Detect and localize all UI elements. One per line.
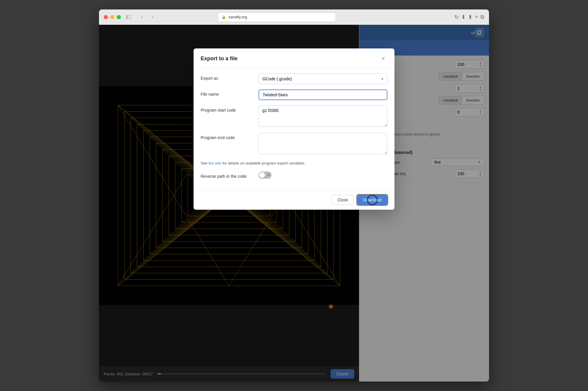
program-end-label: Program end code bbox=[201, 133, 254, 140]
svg-rect-1 bbox=[129, 15, 131, 16]
toggle-container: ✕ bbox=[259, 172, 387, 179]
export-as-control: GCode (.gcode) ▾ bbox=[259, 74, 387, 84]
program-start-textarea[interactable]: g1 f2000 bbox=[259, 105, 387, 127]
toggle-x-icon: ✕ bbox=[267, 173, 270, 177]
modal-footer: Close Download bbox=[194, 190, 394, 210]
info-before: See bbox=[201, 161, 209, 165]
reverse-path-label: Reverse path in the code bbox=[201, 172, 254, 179]
url-text: sandify.org bbox=[228, 15, 247, 19]
modal-header: Export to a file × bbox=[194, 48, 394, 68]
wiki-link[interactable]: the wiki bbox=[209, 161, 221, 165]
modal-close-button[interactable]: × bbox=[379, 54, 387, 63]
modal-body: Export as GCode (.gcode) ▾ F bbox=[194, 68, 394, 190]
file-name-input[interactable] bbox=[259, 89, 387, 100]
export-as-select[interactable]: GCode (.gcode) ▾ bbox=[259, 74, 387, 84]
close-traffic-light[interactable] bbox=[104, 15, 108, 19]
export-as-label: Export as bbox=[201, 74, 254, 81]
svg-rect-2 bbox=[129, 17, 131, 17]
export-select-wrapper: GCode (.gcode) ▾ bbox=[259, 74, 387, 84]
address-bar[interactable]: 🔒 sandify.org bbox=[218, 12, 336, 22]
form-row-reverse: Reverse path in the code ✕ bbox=[201, 172, 387, 179]
form-row-start-code: Program start code g1 f2000 bbox=[201, 105, 387, 128]
browser-titlebar: ‹ › 🔒 sandify.org ↻ ⬇ ⬆ + ⧉ bbox=[99, 9, 489, 25]
download-button[interactable]: Download bbox=[357, 195, 387, 205]
refresh-icon[interactable]: ↻ bbox=[454, 14, 459, 20]
form-row-export-as: Export as GCode (.gcode) ▾ bbox=[201, 74, 387, 84]
form-row-end-code: Program end code bbox=[201, 133, 387, 155]
program-start-label: Program start code bbox=[201, 105, 254, 113]
share-icon[interactable]: ⬆ bbox=[468, 14, 472, 20]
back-button[interactable]: ‹ bbox=[138, 13, 146, 21]
close-modal-button[interactable]: Close bbox=[331, 195, 354, 205]
minimize-traffic-light[interactable] bbox=[110, 15, 114, 19]
forward-button[interactable]: › bbox=[149, 13, 157, 21]
program-end-textarea[interactable] bbox=[259, 133, 387, 154]
svg-rect-3 bbox=[129, 19, 131, 19]
tabs-icon[interactable]: ⧉ bbox=[480, 14, 484, 20]
info-after: for details on available program export … bbox=[221, 161, 305, 165]
reverse-path-toggle[interactable]: ✕ bbox=[259, 172, 272, 179]
form-info-text: See the wiki for details on available pr… bbox=[201, 160, 387, 166]
traffic-lights bbox=[104, 15, 121, 19]
export-modal: Export to a file × Export as GCode (.gco… bbox=[194, 48, 394, 210]
toggle-knob bbox=[259, 172, 265, 178]
browser-content: Points: 443, Distance: 36617 Export ut bbox=[99, 25, 489, 382]
lock-icon: 🔒 bbox=[222, 15, 226, 19]
reverse-path-control: ✕ bbox=[259, 172, 387, 179]
browser-actions: ↻ ⬇ ⬆ + ⧉ bbox=[454, 14, 484, 20]
modal-overlay: Export to a file × Export as GCode (.gco… bbox=[99, 25, 489, 382]
form-row-filename: File name bbox=[201, 89, 387, 100]
file-name-control bbox=[259, 89, 387, 100]
svg-rect-0 bbox=[126, 15, 128, 19]
download-icon[interactable]: ⬇ bbox=[461, 14, 466, 20]
file-name-label: File name bbox=[201, 89, 254, 97]
browser-window: ‹ › 🔒 sandify.org ↻ ⬇ ⬆ + ⧉ bbox=[99, 9, 489, 382]
new-tab-icon[interactable]: + bbox=[475, 14, 478, 20]
program-start-control: g1 f2000 bbox=[259, 105, 387, 128]
modal-title: Export to a file bbox=[201, 56, 238, 62]
export-chevron-icon: ▾ bbox=[381, 77, 384, 81]
maximize-traffic-light[interactable] bbox=[117, 15, 121, 19]
export-as-value: GCode (.gcode) bbox=[262, 76, 292, 81]
browser-nav: ‹ › bbox=[138, 13, 157, 21]
sidebar-toggle-icon[interactable] bbox=[126, 14, 132, 20]
program-end-control bbox=[259, 133, 387, 155]
